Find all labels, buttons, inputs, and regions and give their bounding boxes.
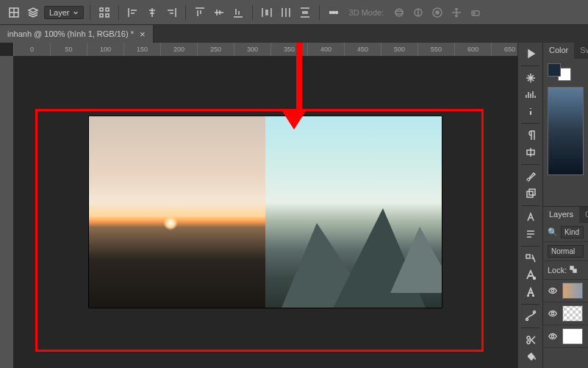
color-spectrum[interactable] — [548, 87, 584, 175]
svg-point-6 — [332, 11, 334, 13]
layers-panel: Layers Ch 🔍 Kind Normal Lock: — [543, 206, 588, 348]
layer-target-select[interactable]: Layer — [44, 6, 84, 19]
type-serif-icon[interactable] — [521, 286, 540, 299]
svg-point-22 — [527, 341, 530, 344]
align-panel-icon[interactable] — [521, 146, 540, 159]
svg-point-8 — [395, 9, 403, 16]
scissors-icon[interactable] — [521, 333, 540, 347]
3d-mode-label: 3D Mode: — [349, 8, 384, 17]
svg-point-12 — [436, 11, 439, 14]
right-panel-dock: Color Sw Layers Ch 🔍 Kind Normal Lock — [542, 43, 588, 368]
play-icon[interactable] — [521, 47, 540, 60]
lock-label: Lock: — [548, 266, 567, 275]
layers-icon[interactable] — [25, 4, 41, 21]
path-icon[interactable] — [521, 309, 540, 322]
document-tab[interactable]: inhanh @ 100% (hình 1, RGB/16) * × — [0, 25, 154, 43]
image-layer-right — [265, 116, 442, 308]
styles-icon[interactable] — [521, 227, 540, 241]
document-tabs: inhanh @ 100% (hình 1, RGB/16) * × — [0, 25, 588, 43]
distribute-v-icon[interactable] — [297, 4, 313, 21]
tab-title: inhanh @ 100% (hình 1, RGB/16) * — [7, 29, 134, 38]
svg-point-14 — [473, 13, 475, 14]
clone-icon[interactable] — [521, 187, 540, 200]
search-icon[interactable]: 🔍 — [548, 227, 558, 237]
svg-rect-2 — [106, 8, 109, 11]
layer-row[interactable] — [543, 302, 588, 325]
svg-rect-4 — [106, 14, 109, 17]
align-center-h-icon[interactable] — [144, 4, 160, 21]
more-options-icon[interactable] — [326, 4, 342, 21]
transform-icon[interactable] — [6, 4, 22, 21]
brush-icon[interactable] — [521, 170, 540, 183]
paragraph-icon[interactable] — [521, 129, 540, 142]
horizontal-ruler[interactable]: 0501001502002503003504004505005506006507… — [13, 43, 517, 56]
distribute-center-icon[interactable] — [278, 4, 294, 21]
3d-pan-icon — [429, 4, 445, 21]
tab-channels[interactable]: Ch — [579, 207, 588, 223]
svg-point-9 — [395, 11, 403, 14]
color-panel — [543, 59, 588, 206]
type-A-icon[interactable] — [521, 269, 540, 282]
distribute-h-icon[interactable] — [259, 4, 275, 21]
options-bar: Layer 3D Mode: — [0, 0, 588, 25]
visibility-icon[interactable] — [548, 331, 558, 342]
layer-thumbnail — [562, 305, 583, 322]
canvas-area: 0501001502002503003504004505005506006507… — [0, 43, 517, 368]
3d-orbit-icon — [391, 4, 407, 21]
svg-rect-1 — [100, 8, 103, 11]
tab-layers[interactable]: Layers — [543, 207, 579, 223]
svg-rect-3 — [100, 14, 103, 17]
lock-transparency-icon[interactable] — [570, 264, 578, 276]
show-transform-icon[interactable] — [96, 4, 112, 21]
tab-swatches[interactable]: Sw — [574, 43, 588, 59]
color-panel-tabs: Color Sw — [543, 43, 588, 59]
svg-point-18 — [533, 277, 535, 279]
foreground-color-swatch[interactable] — [548, 63, 561, 77]
svg-rect-17 — [526, 255, 530, 258]
character-icon[interactable] — [521, 210, 540, 224]
align-left-icon[interactable] — [125, 4, 141, 21]
layer-thumbnail — [562, 328, 583, 344]
align-right-icon[interactable] — [163, 4, 179, 21]
svg-point-26 — [551, 312, 554, 315]
3d-slide-icon — [448, 4, 465, 21]
close-icon[interactable]: × — [140, 29, 146, 40]
artboard — [89, 116, 442, 308]
blend-mode-select[interactable]: Normal — [548, 245, 584, 258]
vertical-ruler[interactable] — [0, 56, 13, 368]
info-icon[interactable] — [521, 105, 540, 118]
layer-thumbnail — [562, 283, 583, 299]
3d-scale-icon — [467, 4, 484, 21]
canvas[interactable] — [13, 56, 517, 368]
svg-rect-15 — [527, 191, 533, 197]
3d-rotate-icon — [410, 4, 426, 21]
image-layer-left — [89, 116, 265, 308]
glyphs-icon[interactable] — [521, 252, 540, 265]
bucket-icon[interactable] — [521, 350, 540, 364]
svg-point-21 — [527, 336, 530, 339]
collapsed-panel-dock — [517, 43, 542, 368]
filter-kind-select[interactable]: Kind — [561, 226, 584, 238]
svg-rect-24 — [573, 269, 576, 272]
svg-point-5 — [329, 11, 331, 13]
visibility-icon[interactable] — [548, 286, 558, 296]
align-middle-v-icon[interactable] — [211, 4, 227, 21]
svg-point-7 — [335, 11, 337, 13]
align-top-icon[interactable] — [192, 4, 208, 21]
layer-row[interactable] — [543, 325, 588, 348]
tab-color[interactable]: Color — [543, 43, 574, 59]
svg-point-27 — [551, 335, 554, 338]
align-bottom-icon[interactable] — [230, 4, 246, 21]
layer-row[interactable] — [543, 280, 588, 302]
visibility-icon[interactable] — [548, 308, 558, 319]
svg-rect-16 — [529, 189, 535, 195]
sparkle-icon[interactable] — [521, 71, 540, 85]
svg-point-25 — [551, 289, 554, 292]
histogram-icon[interactable] — [521, 88, 540, 102]
